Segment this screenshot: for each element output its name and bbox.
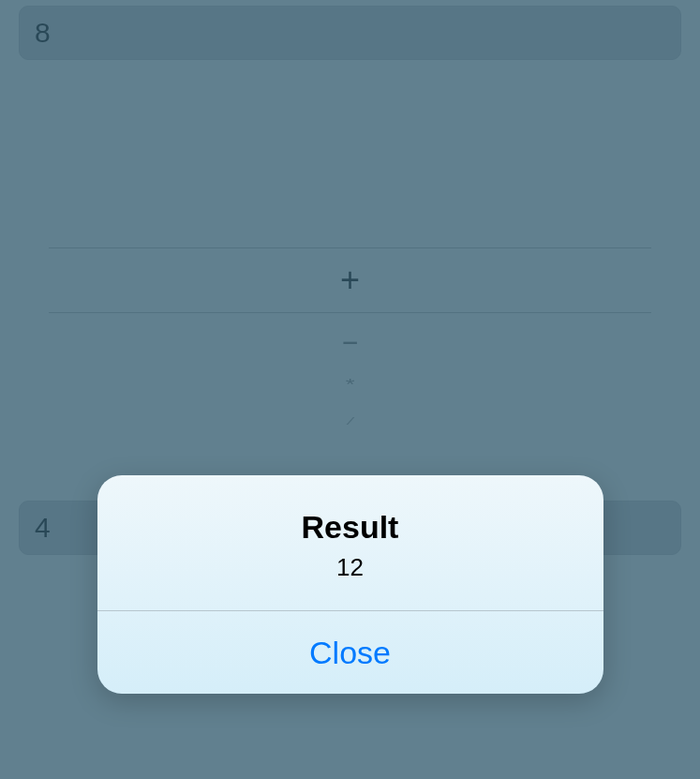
close-button[interactable]: Close — [97, 611, 603, 694]
alert-message: 12 — [116, 553, 585, 582]
result-alert: Result 12 Close — [97, 475, 603, 694]
alert-title: Result — [116, 509, 585, 546]
alert-body: Result 12 — [97, 475, 603, 610]
